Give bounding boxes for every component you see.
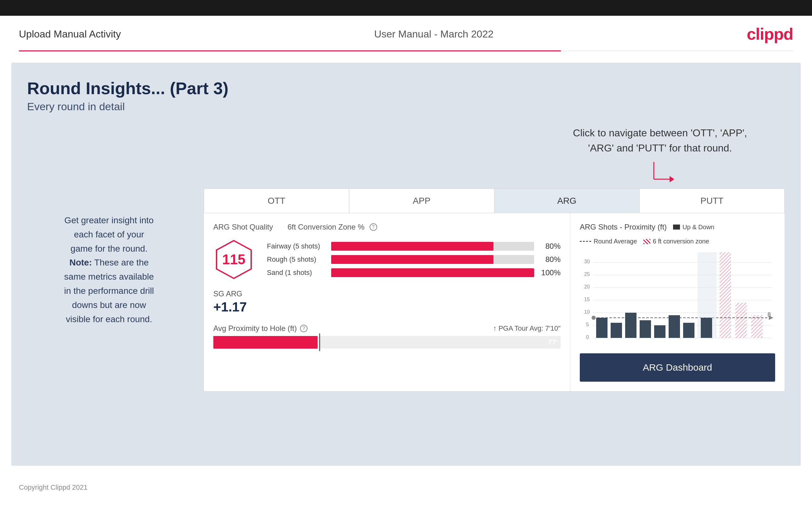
chart-area: 0 5 10 15 20 25 30 [580,251,775,347]
bar-label-fairway: Fairway (5 shots) [267,242,327,250]
sg-arg-section: SG ARG +1.17 [213,289,561,315]
legend-round-avg-label: Round Average [594,238,637,245]
chart-header: ARG Shots - Proximity (ft) Up & Down Rou… [580,223,775,245]
left-panel: Get greater insight into each facet of y… [27,188,191,326]
svg-text:25: 25 [584,272,590,277]
insight-text: Get greater insight into each facet of y… [27,214,191,326]
legend-dash [580,241,591,242]
bar-fill-sand [331,268,534,277]
chart-bar-11-hatch [751,315,763,338]
legend-up-down: Up & Down [673,224,714,231]
bar-container-rough [331,255,534,264]
chart-bar-7 [683,323,695,338]
arg-shot-quality-label: ARG Shot Quality [213,223,273,231]
proximity-section: Avg Proximity to Hole (ft) ? ↑ PGA Tour … [213,324,561,349]
legend-hatch [644,239,650,244]
svg-text:5: 5 [586,322,589,327]
svg-text:20: 20 [584,284,590,289]
sg-value: +1.17 [213,299,561,315]
chart-bar-3 [625,313,637,338]
top-bar [0,0,812,16]
bar-container-fairway [331,242,534,251]
user-manual-label: User Manual - March 2022 [374,29,494,40]
proximity-label: Avg Proximity to Hole (ft) [213,324,297,333]
arg-dashboard-button[interactable]: ARG Dashboard [580,353,775,382]
left-section: ARG Shot Quality 6ft Conversion Zone % ? [204,213,570,391]
svg-point-20 [592,316,596,320]
chart-bar-8 [701,318,712,338]
content-layout: Get greater insight into each facet of y… [27,188,785,391]
tab-ott[interactable]: OTT [204,189,349,213]
tab-arg[interactable]: ARG [494,189,640,213]
pga-label: ↑ PGA Tour Avg: 7'10" [493,324,561,333]
right-section: ARG Shots - Proximity (ft) Up & Down Rou… [570,213,784,391]
upload-manual-label: Upload Manual Activity [19,29,121,40]
svg-text:0: 0 [586,334,589,340]
bar-container-sand [331,268,534,277]
legend-conversion-label: 6 ft conversion zone [653,238,709,245]
proximity-help-icon[interactable]: ? [300,325,308,332]
insight-note: Note: [69,258,92,267]
proximity-cursor [319,334,320,351]
annotation-text: Click to navigate between 'OTT', 'APP','… [573,125,747,156]
header: Upload Manual Activity User Manual - Mar… [0,16,812,50]
header-divider [19,50,793,51]
footer: Copyright Clippd 2021 [0,477,812,498]
legend-up-down-label: Up & Down [682,224,714,231]
chart-bar-6 [669,315,680,338]
legend-conversion: 6 ft conversion zone [644,238,709,245]
hexagon-container: 115 [213,239,254,280]
svg-text:30: 30 [584,259,590,264]
bar-fill-fairway [331,242,494,251]
svg-marker-2 [670,176,674,182]
tabs-row: OTT APP ARG PUTT [204,189,784,213]
copyright: Copyright Clippd 2021 [19,484,88,491]
bar-rows: Fairway (5 shots) 80% Rough (5 shots) [267,242,561,277]
bar-label-sand: Sand (1 shots) [267,269,327,277]
annotation-arrow [641,159,679,187]
conversion-label: 6ft Conversion Zone % [287,223,364,231]
logo: clippd [747,24,793,44]
proximity-bar-container: 77' [213,336,561,349]
hex-score-row: 115 Fairway (5 shots) 80% [213,239,561,280]
chart-bar-2 [611,323,622,338]
svg-text:15: 15 [584,297,590,302]
bar-row-fairway: Fairway (5 shots) 80% [267,242,561,251]
page-title: Round Insights... (Part 3) [27,78,785,98]
bar-pct-fairway: 80% [539,242,561,251]
main-content: Round Insights... (Part 3) Every round i… [11,63,801,466]
bar-row-rough: Rough (5 shots) 80% [267,255,561,264]
hexagon-score: 115 [222,251,245,267]
bar-row-sand: Sand (1 shots) 100% [267,268,561,277]
legend-box-up-down [673,225,680,230]
svg-text:10: 10 [584,309,590,315]
tab-app[interactable]: APP [349,189,494,213]
help-icon[interactable]: ? [370,223,377,231]
chart-bar-9-hatch [720,252,731,338]
page-subtitle: Every round in detail [27,101,785,113]
chart-title: ARG Shots - Proximity (ft) [580,223,667,231]
chart-bar-1 [596,318,608,338]
bar-label-rough: Rough (5 shots) [267,256,327,264]
section-label-row: ARG Shot Quality 6ft Conversion Zone % ? [213,223,561,231]
arg-chart-svg: 0 5 10 15 20 25 30 [580,251,775,346]
dashboard-card: OTT APP ARG PUTT ARG Shot Quality 6ft Co… [204,188,785,391]
tab-putt[interactable]: PUTT [639,189,784,213]
proximity-label-row: Avg Proximity to Hole (ft) ? ↑ PGA Tour … [213,324,561,333]
proximity-value: 77' [548,338,557,346]
bar-pct-sand: 100% [539,268,561,277]
dashboard-body: ARG Shot Quality 6ft Conversion Zone % ? [204,213,784,391]
sg-label: SG ARG [213,289,561,298]
chart-bar-4 [640,320,651,338]
bar-fill-rough [331,255,494,264]
legend-round-avg: Round Average [580,238,637,245]
chart-bar-5 [654,325,665,338]
chart-bar-10-hatch [735,303,747,338]
svg-text:8: 8 [768,312,771,318]
proximity-bar-fill [213,336,318,349]
bar-pct-rough: 80% [539,255,561,264]
